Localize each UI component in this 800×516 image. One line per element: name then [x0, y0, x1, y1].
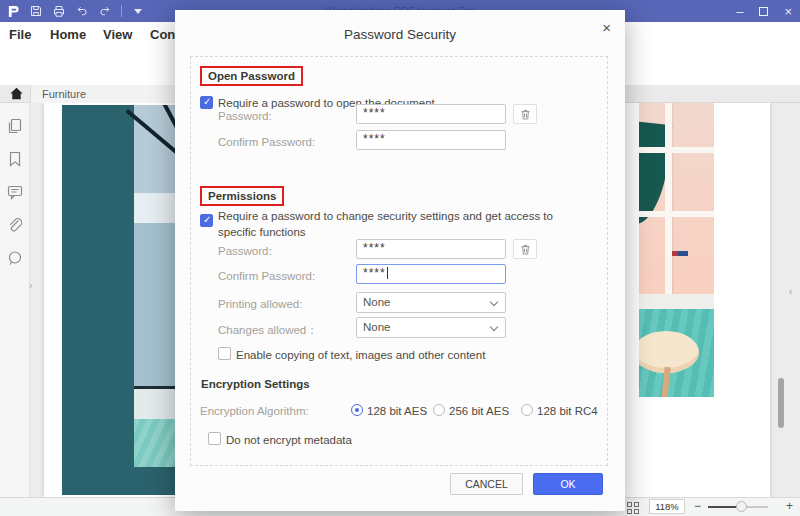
- do-not-encrypt-metadata-label: Do not encrypt metadata: [226, 433, 352, 449]
- printing-allowed-select[interactable]: None: [356, 292, 506, 313]
- radio-128-bit-aes-label: 128 bit AES: [367, 405, 427, 417]
- attachment-icon[interactable]: [6, 216, 24, 234]
- menu-file[interactable]: File: [9, 27, 31, 42]
- page-grid-view-icon[interactable]: [627, 502, 639, 514]
- menu-home[interactable]: Home: [50, 27, 86, 42]
- clear-permissions-password-button[interactable]: [513, 239, 537, 259]
- cancel-button[interactable]: CANCEL: [450, 473, 523, 495]
- open-confirm-input[interactable]: ****: [356, 130, 506, 150]
- tab-label: Furniture: [42, 88, 86, 100]
- titlebar-separator: [121, 5, 122, 17]
- open-password-input[interactable]: ****: [356, 104, 506, 124]
- close-dialog-icon[interactable]: ×: [602, 19, 611, 36]
- changes-allowed-select[interactable]: None: [356, 317, 506, 338]
- redo-icon[interactable]: [98, 4, 112, 18]
- dialog-content: Open Password Require a password to open…: [190, 56, 608, 466]
- search-bubble-icon[interactable]: [6, 249, 24, 267]
- enable-copying-label: Enable copying of text, images and other…: [236, 348, 485, 364]
- bookmark-icon[interactable]: [6, 150, 24, 168]
- print-icon[interactable]: [52, 4, 66, 18]
- sidebar: [0, 103, 30, 497]
- right-panel-expander-icon[interactable]: ‹: [789, 286, 792, 297]
- zoom-out-button[interactable]: −: [694, 499, 701, 513]
- require-permissions-password-checkbox[interactable]: [200, 214, 213, 227]
- tab-furniture[interactable]: Furniture: [30, 85, 178, 103]
- app-window: Wondershare PDFelement Pro – × File Home…: [0, 0, 800, 516]
- permissions-confirm-label: Confirm Password:: [218, 270, 315, 282]
- dialog-title: Password Security: [175, 27, 625, 42]
- radio-128-bit-rc4-label: 128 bit RC4: [537, 405, 598, 417]
- app-logo-icon: [6, 4, 20, 18]
- menu-view[interactable]: View: [103, 27, 132, 42]
- minimize-button[interactable]: –: [736, 5, 743, 18]
- zoom-slider-handle[interactable]: [736, 501, 747, 512]
- thumbnails-icon[interactable]: [6, 117, 24, 135]
- enable-copying-checkbox[interactable]: [218, 347, 231, 360]
- vertical-scrollbar[interactable]: [778, 378, 784, 428]
- save-icon[interactable]: [29, 4, 43, 18]
- open-password-label: Password:: [218, 110, 272, 122]
- radio-128-bit-rc4[interactable]: [521, 404, 533, 416]
- password-security-dialog: Password Security × Open Password Requir…: [175, 10, 625, 511]
- ok-button[interactable]: OK: [533, 473, 603, 495]
- permissions-confirm-input[interactable]: ****: [356, 264, 506, 284]
- furniture-photo-right-top: [639, 103, 714, 294]
- close-window-button[interactable]: ×: [784, 5, 792, 18]
- permissions-password-label: Password:: [218, 245, 272, 257]
- do-not-encrypt-metadata-checkbox[interactable]: [208, 432, 221, 445]
- open-password-heading: Open Password: [200, 66, 303, 86]
- open-confirm-label: Confirm Password:: [218, 136, 315, 148]
- furniture-photo-right-bottom: [639, 309, 714, 397]
- undo-icon[interactable]: [75, 4, 89, 18]
- require-open-password-checkbox[interactable]: [200, 96, 213, 109]
- text-caret: [387, 267, 388, 279]
- menu-dropdown-icon[interactable]: [131, 4, 145, 18]
- permissions-heading: Permissions: [200, 186, 284, 206]
- sidebar-expander-icon[interactable]: ›: [29, 280, 32, 291]
- chevron-down-icon: [490, 298, 498, 306]
- changes-allowed-label: Changes allowed：: [218, 323, 318, 338]
- printing-allowed-label: Printing allowed:: [218, 298, 302, 310]
- maximize-button[interactable]: [759, 7, 768, 16]
- zoom-level-value[interactable]: 118%: [649, 499, 685, 514]
- radio-128-bit-aes[interactable]: [351, 404, 363, 416]
- chevron-down-icon: [490, 323, 498, 331]
- encryption-settings-heading: Encryption Settings: [201, 378, 310, 390]
- zoom-in-button[interactable]: +: [786, 499, 793, 513]
- require-permissions-password-label: Require a password to change security se…: [218, 209, 574, 240]
- comment-icon[interactable]: [6, 183, 24, 201]
- permissions-password-input[interactable]: ****: [356, 239, 506, 259]
- clear-open-password-button[interactable]: [513, 104, 537, 124]
- encryption-algorithm-label: Encryption Algorithm:: [200, 405, 309, 417]
- radio-256-bit-aes-label: 256 bit AES: [449, 405, 509, 417]
- radio-256-bit-aes[interactable]: [433, 404, 445, 416]
